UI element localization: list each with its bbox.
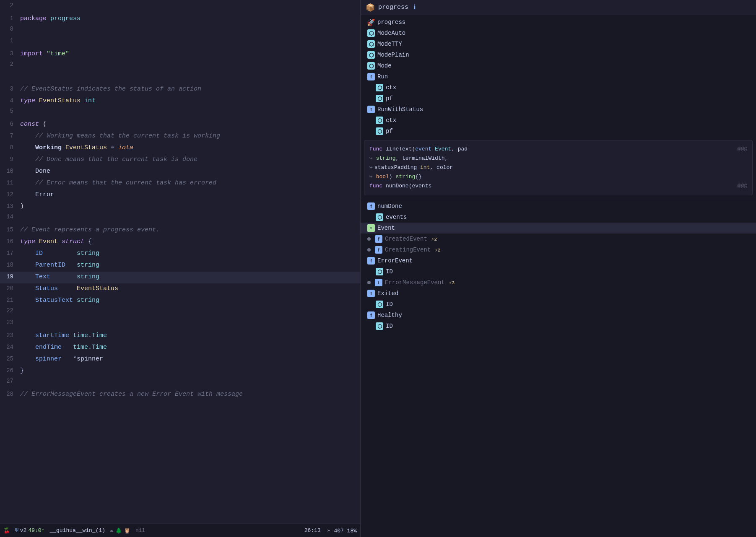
section-divider [361, 199, 756, 199]
code-line: 22 [0, 307, 360, 319]
function-icon: f [367, 202, 375, 210]
dot-icon [367, 281, 371, 284]
code-line: 23 startTime time.Time [0, 330, 360, 342]
code-line: 1 [0, 37, 360, 49]
dot-icon [367, 248, 371, 252]
code-line [0, 72, 360, 84]
code-line-active: 19 Text string [0, 272, 360, 283]
outline-item-mode[interactable]: ⬡ Mode [361, 60, 756, 71]
function-icon: f [367, 311, 375, 319]
cube-icon: ⬡ [367, 62, 375, 70]
code-line: 21 StatusText string [0, 295, 360, 307]
function-icon: f [367, 257, 375, 265]
code-line: 9 // Done means that the current task is… [0, 154, 360, 166]
hover-line-4: ↪ bool) string{} [369, 172, 747, 182]
outline-item-createdevent[interactable]: f CreatedEvent ⚡2 [361, 233, 756, 244]
code-line: 15 // Event represents a progress event. [0, 225, 360, 236]
outline-list: 🚀 progress ⬡ ModeAuto ⬡ ModeTTY ⬡ ModePl… [361, 15, 756, 537]
outline-item-modeauto[interactable]: ⬡ ModeAuto [361, 28, 756, 39]
outline-item-modetty[interactable]: ⬡ ModeTTY [361, 39, 756, 49]
hover-line-2: ↪ string, terminalWidth, [369, 154, 747, 163]
package-icon: 📦 [366, 3, 375, 12]
cube-icon: ⬡ [376, 84, 383, 91]
status-right: 26:13 ✂ 407 18% [304, 527, 357, 534]
outline-item-run-pf[interactable]: ⬡ pf [361, 93, 756, 104]
psi-icon: Ψ [15, 527, 18, 534]
outline-item-exited[interactable]: f Exited [361, 288, 756, 299]
outline-item-creatingevent[interactable]: f CreatingEvent ⚡2 [361, 244, 756, 255]
code-line: 14 [0, 213, 360, 225]
outline-item-event[interactable]: ≡ Event [361, 223, 756, 233]
outline-item-healthy-id[interactable]: ⬡ ID [361, 321, 756, 332]
function-icon: f [375, 235, 382, 243]
code-editor[interactable]: 2 1 package progress 8 1 3 import "time"… [0, 0, 361, 537]
outline-item-rws-pf[interactable]: ⬡ pf [361, 126, 756, 137]
code-line: 6 const ( [0, 119, 360, 131]
owl-icon: 🦉 [124, 527, 130, 534]
outline-header: 📦 progress ℹ [361, 0, 756, 15]
cube-icon: ⬡ [376, 95, 383, 102]
outline-item-progress[interactable]: 🚀 progress [361, 17, 756, 28]
status-icons: ✏ 🌲 🦉 [110, 527, 130, 534]
code-line: 12 Error [0, 189, 360, 201]
outline-panel: 📦 progress ℹ 🚀 progress ⬡ ModeAuto ⬡ Mod… [361, 0, 756, 537]
function-icon: f [367, 290, 375, 297]
outline-item-numdone-events[interactable]: ⬡ events [361, 212, 756, 223]
code-line: 3 // EventStatus indicates the status of… [0, 84, 360, 96]
cube-icon: ⬡ [367, 40, 375, 48]
code-line: 28 // ErrorMessageEvent creates a new Er… [0, 389, 360, 401]
hover-line-1: func lineText(event Event, pad @@@ [369, 145, 747, 154]
code-line: 11 // Error means that the current task … [0, 178, 360, 189]
function-icon: f [375, 279, 382, 286]
code-line: 5 [0, 107, 360, 119]
code-line: 23 [0, 319, 360, 330]
code-line: 1 package progress [0, 13, 360, 25]
cube-icon: ⬡ [376, 117, 383, 124]
outline-item-modeplain[interactable]: ⬡ ModePlain [361, 49, 756, 60]
outline-item-run[interactable]: f Run [361, 71, 756, 82]
tree-icon: 🌲 [115, 527, 122, 534]
status-branch: __guihua__win_(1) [49, 527, 105, 534]
code-line: 13 ) [0, 201, 360, 213]
cube-icon: ⬡ [376, 301, 383, 308]
function-icon: f [375, 246, 382, 254]
outline-item-run-ctx[interactable]: ⬡ ctx [361, 82, 756, 93]
code-line: 7 // Working means that the current task… [0, 131, 360, 143]
code-line: 18 ParentID string [0, 260, 360, 272]
outline-item-runwithstatus[interactable]: f RunWithStatus [361, 104, 756, 115]
code-line: 24 endTime time.Time [0, 342, 360, 354]
cube-icon: ⬡ [376, 213, 383, 221]
outline-item-rws-ctx[interactable]: ⬡ ctx [361, 115, 756, 126]
info-icon[interactable]: ℹ [413, 3, 416, 11]
code-line: 2 [0, 60, 360, 72]
code-line: 20 Status EventStatus [0, 283, 360, 295]
outline-item-errormessageevent[interactable]: f ErrorMessageEvent ⚡3 [361, 277, 756, 288]
status-bar: 🍒 Ψ v2 49↓0↑ __guihua__win_(1) ✏ 🌲 🦉 nil… [0, 524, 360, 537]
outline-item-exited-id[interactable]: ⬡ ID [361, 299, 756, 310]
outline-item-healthy[interactable]: f Healthy [361, 310, 756, 321]
pencil-icon: ✏ [110, 527, 114, 534]
code-line: 25 spinner *spinner [0, 354, 360, 366]
function-icon: f [367, 106, 375, 113]
code-line: 8 [0, 25, 360, 37]
outline-item-errorevent-id[interactable]: ⬡ ID [361, 266, 756, 277]
code-area: 2 1 package progress 8 1 3 import "time"… [0, 0, 360, 524]
status-cherry: 🍒 [3, 527, 10, 534]
cube-icon: ⬡ [367, 51, 375, 59]
cube-icon: ⬡ [376, 322, 383, 330]
outline-item-numdone[interactable]: f numDone [361, 201, 756, 212]
scissors-icon: ✂ [327, 528, 331, 534]
hover-preview-card: func lineText(event Event, pad @@@ ↪ str… [364, 140, 753, 195]
code-line: 16 type Event struct { [0, 236, 360, 248]
hover-line-5: func numDone(events @@@ [369, 182, 747, 191]
cube-icon: ⬡ [376, 268, 383, 275]
code-line: 10 Done [0, 166, 360, 178]
outline-item-errorevent[interactable]: f ErrorEvent [361, 255, 756, 266]
code-line: 8 Working EventStatus = iota [0, 143, 360, 154]
hover-line-3: ↪statusPadding int, color [369, 163, 747, 172]
outline-title: progress [378, 4, 408, 11]
code-line: 2 [0, 2, 360, 13]
code-line: 26 } [0, 366, 360, 377]
dot-icon [367, 237, 371, 241]
code-line: 17 ID string [0, 248, 360, 260]
